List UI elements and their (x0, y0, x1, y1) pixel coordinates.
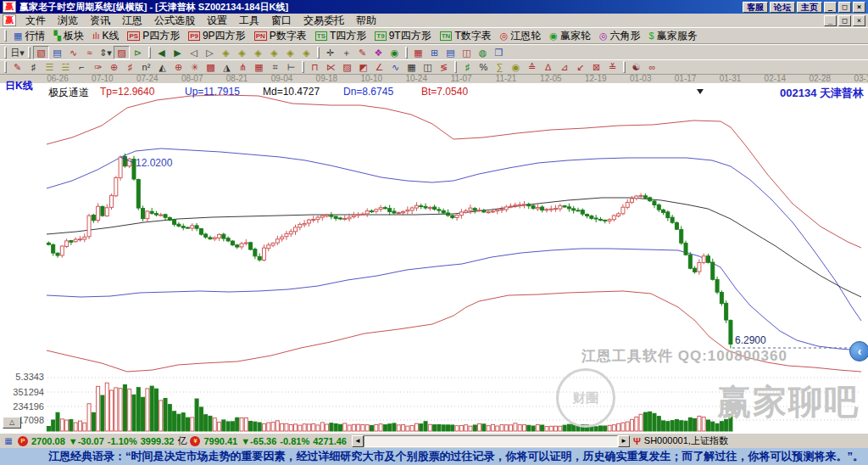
period-tool-icon-7[interactable]: ▨ (114, 46, 130, 59)
toolbar-item-0[interactable]: ▦行情 (9, 28, 49, 43)
draw-tool-icon-33[interactable]: ≙ (524, 60, 540, 74)
menu-item-9[interactable]: 帮助 (350, 14, 382, 26)
scroll-left-button[interactable]: ◄ (352, 435, 364, 447)
toolbar-item-11[interactable]: ◎六角形 (595, 28, 645, 43)
period-tool-icon-16[interactable]: ◈ (250, 46, 266, 59)
toolbar-item-1[interactable]: ▚板块 (49, 28, 87, 43)
period-tool-icon-21[interactable]: ✛ (322, 46, 338, 59)
period-tool-icon-27[interactable]: ▦ (410, 46, 426, 59)
draw-tool-icon-29[interactable]: ♯ (459, 60, 476, 74)
draw-tool-icon-35[interactable]: ⊿ (556, 60, 572, 74)
toolbar-item-5[interactable]: PNP数字表 (250, 28, 311, 43)
draw-tool-icon-40[interactable]: ☯ (628, 60, 644, 74)
toolbar-item-6[interactable]: TST四方形 (311, 28, 371, 43)
draw-tool-icon-10[interactable]: ⊕ (170, 60, 186, 74)
draw-tool-icon-13[interactable]: ◮ (219, 60, 235, 74)
toolbar-item-8[interactable]: TNT数字表 (436, 28, 496, 43)
draw-tool-icon-12[interactable]: ▩ (203, 60, 219, 74)
toolbar-item-3[interactable]: PSP四方形 (123, 28, 184, 43)
period-tool-icon-24[interactable]: ❖ (370, 46, 387, 59)
draw-tool-icon-24[interactable]: ∿ (387, 60, 403, 74)
scroll-right-button[interactable]: ► (618, 435, 630, 447)
draw-tool-icon-22[interactable]: ◩ (355, 60, 371, 74)
period-tool-icon-3[interactable]: ▤ (49, 46, 65, 59)
draw-tool-icon-27[interactable]: ≶ (436, 60, 452, 74)
draw-tool-icon-25[interactable]: ▦ (403, 60, 420, 74)
draw-tool-icon-26[interactable]: ◫ (420, 60, 436, 74)
period-tool-icon-10[interactable]: ◀ (153, 46, 170, 59)
period-tool-icon-17[interactable]: ◈ (266, 46, 282, 59)
child-close-button[interactable]: × (853, 15, 865, 26)
menu-item-7[interactable]: 窗口 (265, 14, 298, 26)
close-button[interactable]: × (853, 2, 865, 13)
period-tool-icon-31[interactable]: ◍ (475, 46, 491, 59)
draw-tool-icon-0[interactable]: ✎ (9, 60, 25, 74)
menu-item-4[interactable]: 公式选股 (148, 14, 201, 26)
draw-tool-icon-34[interactable]: ∆ (540, 60, 556, 74)
toolbar-item-2[interactable]: ılıK线 (88, 28, 124, 43)
draw-tool-icon-15[interactable]: ▦ (251, 60, 267, 74)
toolbar-item-9[interactable]: ◎江恩轮 (496, 28, 546, 43)
draw-tool-icon-2[interactable]: ☰ (42, 60, 58, 74)
child-restore-button[interactable]: □ (838, 15, 851, 26)
draw-tool-icon-32[interactable]: ◉ (508, 60, 524, 74)
period-tool-icon-11[interactable]: ▶ (170, 46, 186, 59)
draw-tool-icon-31[interactable]: ∑ (492, 60, 508, 74)
draw-tool-icon-14[interactable]: ⋔ (235, 60, 251, 74)
period-tool-icon-8[interactable]: ⊳ (130, 46, 146, 59)
toolbar-item-4[interactable]: P99P四方形 (184, 28, 249, 43)
volume-expand-button[interactable]: △ (3, 417, 21, 429)
menu-item-0[interactable]: 文件 (19, 14, 52, 26)
toolbar-item-7[interactable]: T99T四方形 (370, 28, 435, 43)
menu-item-1[interactable]: 浏览 (52, 14, 84, 26)
period-tool-icon-5[interactable]: ≈ (81, 46, 97, 59)
period-tool-icon-22[interactable]: ＋ (338, 46, 354, 59)
draw-tool-icon-8[interactable]: n² (138, 60, 154, 74)
period-tool-icon-14[interactable]: ◈ (218, 46, 234, 59)
period-tool-icon-28[interactable]: ⊞ (426, 46, 442, 59)
menu-item-5[interactable]: 设置 (201, 14, 233, 26)
toolbar-item-12[interactable]: $赢家服务 (645, 28, 702, 43)
period-tool-icon-30[interactable]: ◫ (459, 46, 475, 59)
period-tool-icon-12[interactable]: ◁ (186, 46, 202, 59)
draw-tool-icon-30[interactable]: % (476, 60, 492, 74)
period-tool-icon-0[interactable]: 日▾ (9, 46, 25, 59)
draw-tool-icon-7[interactable]: ♯ (122, 60, 138, 74)
menu-item-3[interactable]: 江恩 (116, 14, 148, 26)
menu-item-6[interactable]: 工具 (233, 14, 265, 26)
child-minimize-button[interactable]: _ (824, 15, 837, 26)
home-button[interactable]: 主页 (797, 2, 822, 13)
forum-button[interactable]: 论坛 (770, 2, 795, 13)
draw-tool-icon-36[interactable]: ↙ (572, 60, 588, 74)
draw-tool-icon-19[interactable]: ⊓ (307, 60, 323, 74)
period-tool-icon-15[interactable]: ◈ (234, 46, 250, 59)
draw-tool-icon-9[interactable]: ◭ (154, 60, 170, 74)
toolbar-item-10[interactable]: ◉赢家轮 (545, 28, 595, 43)
keyboard-wizard-icon[interactable]: ▦ (3, 436, 14, 446)
draw-tool-icon-1[interactable]: ♯ (25, 60, 42, 74)
menu-item-2[interactable]: 资讯 (84, 14, 116, 26)
draw-tool-icon-20[interactable]: ⋉ (323, 60, 339, 74)
draw-tool-icon-37[interactable]: ⊠ (588, 60, 604, 74)
draw-tool-icon-23[interactable]: ∠ (371, 60, 387, 74)
menu-item-8[interactable]: 交易委托 (298, 14, 350, 26)
draw-tool-icon-5[interactable]: ✑ (90, 60, 106, 74)
period-tool-icon-25[interactable]: ◉ (387, 46, 403, 59)
minimize-button[interactable]: _ (824, 2, 837, 13)
period-tool-icon-4[interactable]: ∿ (65, 46, 81, 59)
period-tool-icon-29[interactable]: ▤ (442, 46, 459, 59)
service-button[interactable]: 客服 (743, 2, 768, 13)
period-tool-icon-19[interactable]: ◈ (298, 46, 314, 59)
expand-panel-button[interactable]: ‹ (849, 341, 868, 361)
draw-tool-icon-11[interactable]: ✳ (186, 60, 203, 74)
toolbar-handle[interactable] (4, 47, 7, 59)
period-tool-icon-23[interactable]: ✎ (354, 46, 370, 59)
draw-tool-icon-38[interactable]: ≚ (604, 60, 620, 74)
period-tool-icon-2[interactable]: ▧ (33, 46, 49, 59)
period-tool-icon-32[interactable]: ❒ (491, 46, 507, 59)
toolbar-handle[interactable] (4, 30, 7, 42)
draw-tool-icon-21[interactable]: ▨ (339, 60, 355, 74)
period-tool-icon-18[interactable]: ◈ (282, 46, 298, 59)
draw-tool-icon-6[interactable]: ⊕ (106, 60, 122, 74)
draw-tool-icon-41[interactable]: ∞ (644, 60, 660, 74)
